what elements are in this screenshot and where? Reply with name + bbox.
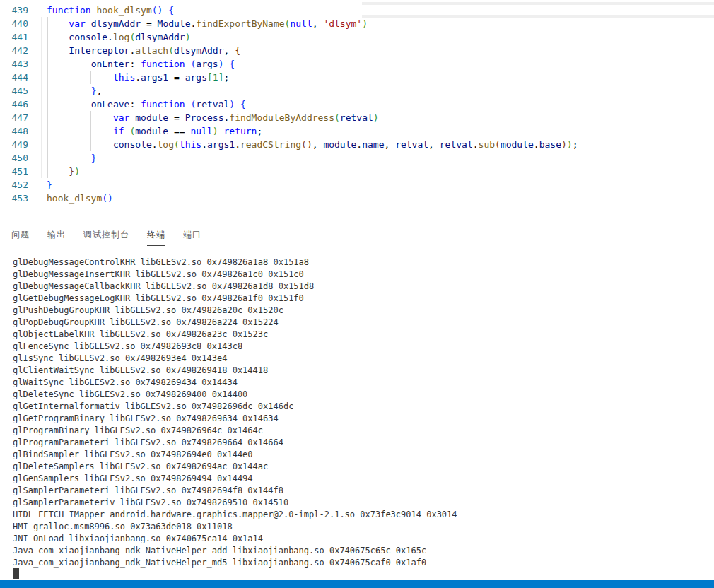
code-text[interactable]: } (47, 151, 96, 165)
panel-tab-输出[interactable]: 输出 (47, 229, 66, 245)
code-text[interactable]: onLeave: function (retval) { (47, 98, 246, 111)
terminal-output[interactable]: glDebugMessageControlKHR libGLESv2.so 0x… (13, 257, 706, 569)
code-line[interactable]: 442 Interceptor.attach(dlsymAddr, { (0, 44, 714, 57)
code-text[interactable]: onEnter: function (args) { (47, 57, 235, 71)
code-line[interactable]: 446 onLeave: function (retval) { (0, 98, 714, 111)
line-number: 448 (0, 124, 28, 138)
line-number: 447 (0, 111, 28, 124)
code-editor[interactable]: 439function hook_dlsym() {440 var dlsymA… (0, 4, 714, 205)
line-number: 440 (0, 17, 28, 30)
panel-border (0, 223, 714, 223)
terminal-line: glBindSampler libGLESv2.so 0x74982694e0 … (13, 449, 706, 461)
terminal-line: glDeleteSamplers libGLESv2.so 0x74982694… (13, 461, 706, 473)
terminal-cursor (13, 568, 19, 579)
code-text[interactable]: }, (47, 84, 102, 98)
indent-guide (90, 111, 91, 151)
code-line[interactable]: 449 console.log(this.args1.readCString()… (0, 138, 714, 151)
code-text[interactable]: function hook_dlsym() { (47, 4, 174, 17)
code-text[interactable]: var dlsymAddr = Module.findExportByName(… (47, 17, 368, 30)
code-line[interactable]: 443 onEnter: function (args) { (0, 57, 714, 71)
terminal-line: HMI gralloc.msm8996.so 0x73a63de018 0x11… (13, 521, 706, 533)
line-number: 451 (0, 165, 28, 178)
code-text[interactable]: }) (47, 165, 80, 178)
code-line[interactable]: 441 console.log(dlsymAddr) (0, 30, 714, 44)
terminal-line: JNI_OnLoad libxiaojianbang.so 0x740675ca… (13, 533, 706, 545)
panel-tab-问题[interactable]: 问题 (11, 229, 30, 245)
terminal-line: glSamplerParameteri libGLESv2.so 0x74982… (13, 485, 706, 497)
code-text[interactable]: var module = Process.findModuleByAddress… (47, 111, 379, 124)
code-text[interactable]: if (module == null) return; (47, 124, 262, 138)
code-line[interactable]: 450 } (0, 151, 714, 165)
line-number: 450 (0, 151, 28, 165)
terminal-line: glSamplerParameteriv libGLESv2.so 0x7498… (13, 497, 706, 509)
code-line[interactable]: 452} (0, 178, 714, 192)
line-number: 439 (0, 4, 28, 17)
code-text[interactable]: hook_dlsym() (47, 192, 113, 205)
terminal-line: Java_com_xiaojianbang_ndk_NativeHelper_m… (13, 557, 706, 569)
line-number: 453 (0, 192, 28, 205)
code-line[interactable]: 447 var module = Process.findModuleByAdd… (0, 111, 714, 124)
indent-guide (90, 71, 91, 84)
panel-tab-终端[interactable]: 终端 (147, 229, 165, 246)
terminal-line: glPushDebugGroupKHR libGLESv2.so 0x74982… (13, 305, 706, 317)
terminal-line: glWaitSync libGLESv2.so 0x7498269434 0x1… (13, 377, 706, 389)
line-number: 442 (0, 44, 28, 57)
panel-tab-端口[interactable]: 端口 (183, 229, 201, 245)
code-text[interactable]: console.log(dlsymAddr) (47, 30, 191, 44)
terminal-line: glProgramBinary libGLESv2.so 0x749826964… (13, 425, 706, 437)
terminal-line: glGetProgramBinary libGLESv2.so 0x749826… (13, 413, 706, 425)
terminal-line: glGenSamplers libGLESv2.so 0x7498269494 … (13, 473, 706, 485)
line-number: 444 (0, 71, 28, 84)
terminal-line: glDeleteSync libGLESv2.so 0x7498269400 0… (13, 389, 706, 401)
terminal-line: glClientWaitSync libGLESv2.so 0x74982694… (13, 365, 706, 377)
code-line[interactable]: 440 var dlsymAddr = Module.findExportByN… (0, 17, 714, 30)
indent-guide (47, 17, 48, 178)
status-bar (0, 580, 714, 588)
decoration-strip (362, 2, 714, 5)
line-number: 443 (0, 57, 28, 71)
code-line[interactable]: 445 }, (0, 84, 714, 98)
panel-tab-调试控制台[interactable]: 调试控制台 (83, 229, 129, 245)
code-line[interactable]: 444 this.args1 = args[1]; (0, 71, 714, 84)
terminal-line: glPopDebugGroupKHR libGLESv2.so 0x749826… (13, 317, 706, 329)
indent-guide (69, 57, 69, 165)
panel-tab-bar: 问题输出调试控制台终端端口 (11, 228, 219, 246)
terminal-line: glDebugMessageCallbackKHR libGLESv2.so 0… (13, 281, 706, 293)
terminal-line: glIsSync libGLESv2.so 0x74982693e4 0x143… (13, 353, 706, 365)
line-number: 445 (0, 84, 28, 98)
code-text[interactable]: this.args1 = args[1]; (47, 71, 229, 84)
line-number: 449 (0, 138, 28, 151)
terminal-line: glDebugMessageControlKHR libGLESv2.so 0x… (13, 257, 706, 269)
gutter-border (41, 17, 42, 178)
code-text[interactable]: } (47, 178, 52, 192)
code-line[interactable]: 451 }) (0, 165, 714, 178)
line-number: 452 (0, 178, 28, 192)
line-number: 441 (0, 30, 28, 44)
terminal-line: HIDL_FETCH_IMapper android.hardware.grap… (13, 509, 706, 521)
terminal-line: glObjectLabelKHR libGLESv2.so 0x749826a2… (13, 329, 706, 341)
terminal-line: glProgramParameteri libGLESv2.so 0x74982… (13, 437, 706, 449)
code-line[interactable]: 448 if (module == null) return; (0, 124, 714, 138)
terminal-line: glDebugMessageInsertKHR libGLESv2.so 0x7… (13, 269, 706, 281)
terminal-line: glGetInternalformativ libGLESv2.so 0x749… (13, 401, 706, 413)
vscode-window: 439function hook_dlsym() {440 var dlsymA… (0, 0, 714, 588)
terminal-line: glFenceSync libGLESv2.so 0x74982693c8 0x… (13, 341, 706, 353)
code-text[interactable]: console.log(this.args1.readCString(), mo… (47, 138, 578, 151)
decoration-strip (362, 15, 714, 18)
code-line[interactable]: 453hook_dlsym() (0, 192, 714, 205)
terminal-line: Java_com_xiaojianbang_ndk_NativeHelper_a… (13, 545, 706, 557)
terminal-line: glGetDebugMessageLogKHR libGLESv2.so 0x7… (13, 293, 706, 305)
line-number: 446 (0, 98, 28, 111)
code-text[interactable]: Interceptor.attach(dlsymAddr, { (47, 44, 240, 57)
